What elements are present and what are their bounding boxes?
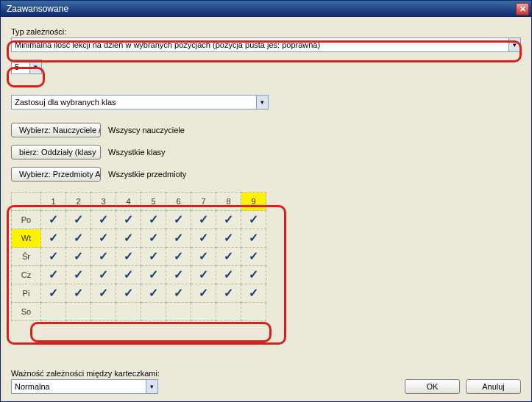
grid-cell[interactable]: ✓ <box>241 229 266 248</box>
grid-cell[interactable]: ✓ <box>66 266 91 284</box>
grid-cell[interactable]: ✓ <box>191 284 216 303</box>
grid-cell[interactable]: ✓ <box>241 211 266 229</box>
check-icon: ✓ <box>124 213 133 226</box>
check-icon: ✓ <box>74 213 83 226</box>
chevron-down-icon: ▾ <box>146 380 157 393</box>
grid-row-header[interactable]: Śr <box>12 248 41 266</box>
check-icon: ✓ <box>99 231 108 244</box>
check-icon: ✓ <box>149 231 158 244</box>
grid-cell[interactable]: ✓ <box>116 211 141 229</box>
grid-cell[interactable]: ✓ <box>41 284 66 303</box>
select-classes-button[interactable]: bierz: Oddziały (klasy <box>11 145 101 159</box>
grid-cell[interactable]: ✓ <box>116 266 141 284</box>
grid-cell[interactable]: ✓ <box>241 248 266 266</box>
grid-cell[interactable]: ✓ <box>241 266 266 284</box>
grid-cell[interactable]: ✓ <box>91 248 116 266</box>
check-icon: ✓ <box>199 268 208 281</box>
grid-cell[interactable]: ✓ <box>216 211 241 229</box>
grid-cell[interactable]: ✓ <box>141 248 166 266</box>
grid-cell[interactable]: ✓ <box>191 211 216 229</box>
grid-cell[interactable] <box>241 303 266 321</box>
grid-cell[interactable]: ✓ <box>141 284 166 303</box>
grid-cell[interactable] <box>116 303 141 321</box>
check-icon: ✓ <box>249 268 258 281</box>
grid-cell[interactable]: ✓ <box>66 211 91 229</box>
grid-col-header[interactable]: 3 <box>91 193 116 211</box>
grid-cell[interactable]: ✓ <box>191 229 216 248</box>
grid-cell[interactable]: ✓ <box>141 229 166 248</box>
chevron-down-icon: ▾ <box>508 38 520 51</box>
check-icon: ✓ <box>174 268 183 281</box>
grid-cell[interactable]: ✓ <box>66 248 91 266</box>
grid-cell[interactable] <box>191 303 216 321</box>
check-icon: ✓ <box>74 250 83 262</box>
grid-cell[interactable]: ✓ <box>141 266 166 284</box>
close-button[interactable]: ✕ <box>516 3 529 15</box>
importance-combo[interactable]: Normalna ▾ <box>11 379 158 394</box>
cancel-button[interactable]: Anuluj <box>466 379 521 394</box>
grid-cell[interactable]: ✓ <box>41 266 66 284</box>
grid-cell[interactable]: ✓ <box>41 229 66 248</box>
grid-cell[interactable]: ✓ <box>91 266 116 284</box>
check-icon: ✓ <box>224 231 233 244</box>
grid-cell[interactable]: ✓ <box>166 211 191 229</box>
count-combo[interactable]: 5 ▾ <box>11 60 42 74</box>
grid-row-header[interactable]: Cz <box>12 266 41 284</box>
grid-cell[interactable]: ✓ <box>166 284 191 303</box>
grid-cell[interactable] <box>166 303 191 321</box>
periods-grid[interactable]: 123456789 Po✓✓✓✓✓✓✓✓✓Wt✓✓✓✓✓✓✓✓✓Śr✓✓✓✓✓✓… <box>11 192 266 321</box>
grid-col-header[interactable]: 8 <box>216 193 241 211</box>
grid-cell[interactable]: ✓ <box>191 248 216 266</box>
grid-cell[interactable]: ✓ <box>166 248 191 266</box>
grid-row-header[interactable]: Wt <box>12 229 41 248</box>
grid-cell[interactable]: ✓ <box>191 266 216 284</box>
grid-cell[interactable]: ✓ <box>216 284 241 303</box>
grid-cell[interactable]: ✓ <box>216 229 241 248</box>
dependency-type-combo[interactable]: Minimalna ilość lekcji na dzień w wybran… <box>11 37 521 52</box>
grid-cell[interactable]: ✓ <box>91 229 116 248</box>
grid-col-header[interactable]: 7 <box>191 193 216 211</box>
grid-col-header[interactable]: 1 <box>41 193 66 211</box>
grid-cell[interactable]: ✓ <box>166 266 191 284</box>
check-icon: ✓ <box>224 213 233 226</box>
grid-cell[interactable] <box>141 303 166 321</box>
apply-scope-combo[interactable]: Zastosuj dla wybranych klas ▾ <box>11 95 269 110</box>
grid-cell[interactable]: ✓ <box>91 284 116 303</box>
check-icon: ✓ <box>74 268 83 281</box>
grid-cell[interactable] <box>91 303 116 321</box>
grid-cell[interactable]: ✓ <box>41 211 66 229</box>
grid-cell[interactable]: ✓ <box>216 248 241 266</box>
grid-cell[interactable]: ✓ <box>91 211 116 229</box>
check-icon: ✓ <box>124 250 133 262</box>
apply-scope-value: Zastosuj dla wybranych klas <box>15 98 116 107</box>
grid-col-header[interactable]: 4 <box>116 193 141 211</box>
grid-cell[interactable]: ✓ <box>241 284 266 303</box>
check-icon: ✓ <box>124 287 133 299</box>
select-teachers-button[interactable]: Wybierz: Nauczyciele / <box>11 123 101 137</box>
ok-button[interactable]: OK <box>405 379 460 394</box>
grid-row-header[interactable]: Po <box>12 211 41 229</box>
grid-cell[interactable]: ✓ <box>116 248 141 266</box>
grid-cell[interactable]: ✓ <box>66 284 91 303</box>
grid-row-header[interactable]: So <box>12 303 41 321</box>
grid-cell[interactable] <box>41 303 66 321</box>
grid-corner <box>12 193 41 211</box>
grid-cell[interactable] <box>216 303 241 321</box>
grid-cell[interactable]: ✓ <box>141 211 166 229</box>
grid-col-header[interactable]: 6 <box>166 193 191 211</box>
check-icon: ✓ <box>249 250 258 262</box>
grid-cell[interactable]: ✓ <box>216 266 241 284</box>
grid-cell[interactable]: ✓ <box>41 248 66 266</box>
grid-col-header[interactable]: 2 <box>66 193 91 211</box>
grid-col-header[interactable]: 9 <box>241 193 266 211</box>
grid-row-header[interactable]: Pi <box>12 284 41 303</box>
grid-cell[interactable]: ✓ <box>116 284 141 303</box>
grid-cell[interactable]: ✓ <box>116 229 141 248</box>
select-subjects-button[interactable]: Wybierz: Przedmioty A <box>11 167 101 182</box>
check-icon: ✓ <box>74 231 83 244</box>
grid-cell[interactable]: ✓ <box>166 229 191 248</box>
grid-col-header[interactable]: 5 <box>141 193 166 211</box>
check-icon: ✓ <box>124 231 133 244</box>
grid-cell[interactable]: ✓ <box>66 229 91 248</box>
grid-cell[interactable] <box>66 303 91 321</box>
